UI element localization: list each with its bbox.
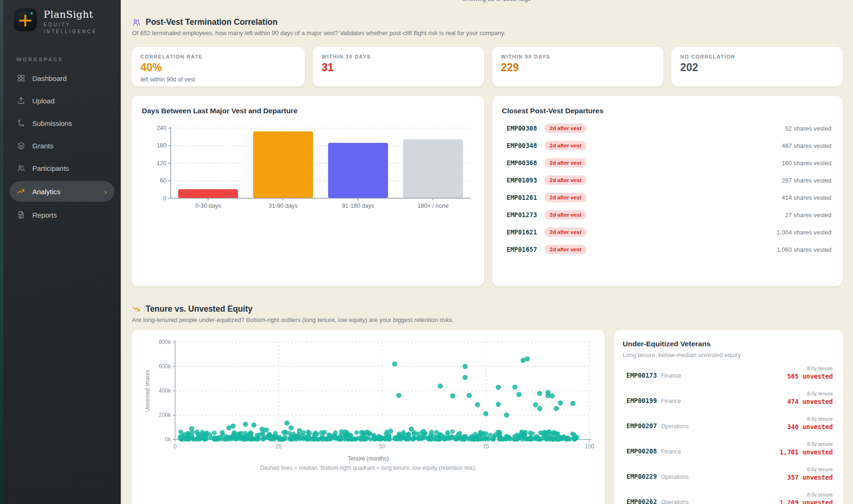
upload-icon [16,96,26,105]
employee-id: EMP00207 [626,422,657,430]
stat-value: 202 [680,61,698,74]
department: Finance [661,398,681,404]
list-item[interactable]: EMP00173Finance 8.0y tenure565 unvested [626,365,833,385]
list-item[interactable]: EMP00199Finance 8.0y tenure474 unvested [626,391,833,410]
svg-text:25: 25 [276,443,282,450]
employee-id: EMP00308 [507,124,537,132]
unvested-shares: 1,701 unvested [779,448,833,456]
bar-chart-title: Days Between Last Major Vest and Departu… [142,107,298,115]
scatter-chart-canvas: 0k200k400k600k800k0255075100Unvested sha… [143,337,602,454]
svg-text:60: 60 [160,177,167,184]
employee-id: EMP00173 [626,372,657,379]
layers-icon [16,141,26,150]
tenure: 8.0y tenure [787,416,833,422]
list-item[interactable]: EMP00207Operations 8.0y tenure340 unvest… [626,416,833,436]
sidebar: PlanSight EQUITY INTELLIGENCE WORKSPACE … [3,0,121,504]
scatter-xlabel: Tenure (months) [132,455,605,462]
shares-vested: 52 shares vested [785,125,831,132]
list-item[interactable]: EMP00208Finance 8.0y tenure1,701 unveste… [626,441,833,461]
employee-id: EMP00229 [626,473,657,480]
vest-departure-bar-chart-card: Days Between Last Major Vest and Departu… [132,96,484,286]
sidebar-item-label: Submissions [32,119,72,127]
employee-id: EMP00208 [626,447,657,455]
sidebar-item-submissions[interactable]: Submissions [10,114,114,132]
analytics-page: PlanSight EQUITY INTELLIGENCE WORKSPACE … [0,0,853,504]
vest-timing-badge: 2d after vest [544,141,587,150]
list-item[interactable]: EMP01657 2d after vest 1,060 shares vest… [507,241,831,257]
list-item[interactable]: EMP01093 2d after vest 287 shares vested [507,172,831,188]
tenure-section-header: Tenure vs. Unvested Equity [132,304,252,314]
route-icon [16,118,26,128]
section-title: Tenure vs. Unvested Equity [146,304,252,314]
tenure: 8.0y tenure [779,441,833,447]
tenure: 8.0y tenure [787,467,833,472]
department: Operations [661,474,689,480]
shares-vested: 414 shares vested [782,194,831,201]
list-item[interactable]: EMP01273 2d after vest 27 shares vested [507,207,831,223]
sidebar-nav: Dashboard Upload Submissions Grants [10,69,114,228]
unvested-shares: 474 unvested [787,398,833,405]
list-item[interactable]: EMP00368 2d after vest 160 shares vested [507,155,831,171]
list-item[interactable]: EMP00229Operations 8.0y tenure357 unvest… [626,467,833,486]
tenure-scatter-card: 0k200k400k600k800k0255075100Unvested sha… [132,330,605,504]
tenure: 8.0y tenure [787,391,833,396]
vest-timing-badge: 2d after vest [544,124,587,133]
stat-card-within-30-days: WITHIN 30 DAYS 31 [313,47,484,87]
shares-vested: 1,060 shares vested [777,246,831,253]
list-item[interactable]: EMP00308 2d after vest 52 shares vested [507,120,831,136]
svg-text:100: 100 [585,443,594,450]
trending-down-icon [132,305,141,314]
svg-text:0-30 days: 0-30 days [195,203,221,209]
trending-up-icon [16,187,26,196]
app-name: PlanSight [44,9,97,20]
employee-id: EMP00262 [626,498,657,504]
department: Operations [661,499,689,504]
employee-id: EMP00199 [626,397,657,404]
tenure: 8.0y tenure [779,492,833,497]
screen-edge-strip [0,0,3,504]
shares-vested: 487 shares vested [782,142,831,149]
workspace-section-label: WORKSPACE [16,57,64,62]
svg-text:50: 50 [379,443,386,450]
stat-label: CORRELATION RATE [140,54,203,59]
svg-text:800k: 800k [159,339,171,345]
vest-timing-badge: 2d after vest [544,158,587,168]
list-item[interactable]: EMP01621 2d after vest 1,004 shares vest… [507,224,831,240]
shares-vested: 160 shares vested [782,160,831,167]
shares-vested: 287 shares vested [782,177,831,184]
sidebar-item-dashboard[interactable]: Dashboard [10,69,114,88]
sidebar-item-reports[interactable]: Reports [10,205,114,224]
under-equitized-veterans-card: Under-Equitized Veterans Long tenure, be… [614,330,843,504]
section-title: Post-Vest Termination Correlation [146,17,278,27]
unvested-shares: 565 unvested [787,373,833,380]
sidebar-item-label: Upload [32,97,55,105]
sidebar-item-analytics[interactable]: Analytics › [10,181,114,202]
department: Operations [661,423,689,430]
veterans-title: Under-Equitized Veterans [623,340,711,348]
sidebar-item-upload[interactable]: Upload [10,91,114,110]
veterans-subtitle: Long tenure, below-median unvested equit… [623,351,741,358]
shares-vested: 1,004 shares vested [777,229,831,236]
employee-id: EMP01657 [507,246,537,253]
shares-vested: 27 shares vested [785,212,831,219]
list-item[interactable]: EMP00262Operations 8.0y tenure1,209 unve… [626,492,833,504]
departures-title: Closest Post-Vest Departures [502,107,603,115]
stat-card-correlation-rate: CORRELATION RATE 40% left within 90d of … [132,47,305,87]
svg-text:0k: 0k [165,436,171,443]
svg-text:120: 120 [157,160,167,167]
stat-card-within-90-days: WITHIN 90 DAYS 229 [492,47,663,87]
svg-text:200k: 200k [159,412,171,418]
svg-text:Unvested shares: Unvested shares [144,370,151,412]
svg-text:240: 240 [157,125,167,131]
list-item[interactable]: EMP01261 2d after vest 414 shares vested [507,190,831,205]
vest-timing-badge: 2d after vest [544,245,587,254]
stat-card-no-correlation: NO CORRELATION 202 [671,47,843,87]
closest-departures-card: Closest Post-Vest Departures EMP00308 2d… [493,96,843,286]
svg-text:0: 0 [174,443,177,450]
stat-value: 40% [140,61,162,74]
employee-id: EMP01261 [507,194,537,201]
sidebar-item-grants[interactable]: Grants [10,136,114,155]
chevron-right-icon: › [104,188,107,196]
sidebar-item-participants[interactable]: Participants [10,159,114,177]
list-item[interactable]: EMP00348 2d after vest 487 shares vested [507,138,831,153]
